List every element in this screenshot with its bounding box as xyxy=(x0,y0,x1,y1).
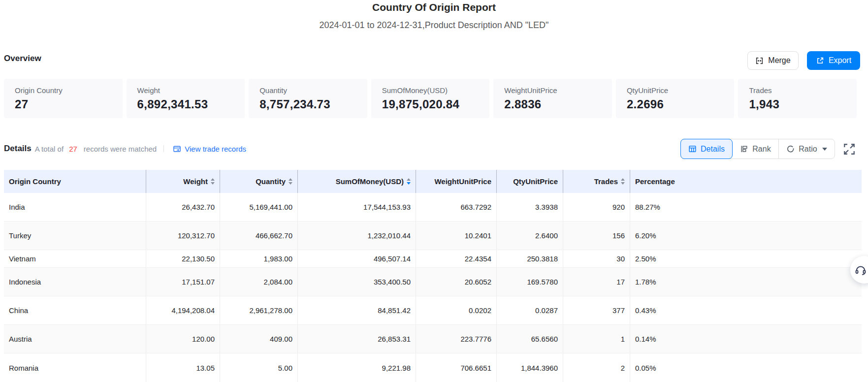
view-trade-records-link[interactable]: View trade records xyxy=(173,145,246,153)
card-value: 19,875,020.84 xyxy=(382,97,490,111)
card-label: WeightUnitPrice xyxy=(504,86,612,95)
row-country-cell: Romania xyxy=(4,353,146,382)
row-value-cell: 1.78% xyxy=(630,268,862,296)
row-value-cell: 2.6400 xyxy=(497,222,563,250)
tab-details-label: Details xyxy=(701,145,725,154)
column-header: Percentage xyxy=(630,170,862,193)
overview-card: WeightUnitPrice2.8836 xyxy=(493,79,612,118)
merge-icon xyxy=(755,57,764,65)
row-country-cell: Austria xyxy=(4,325,146,353)
row-value-cell: 120,312.70 xyxy=(146,222,220,250)
row-value-cell: 496,507.14 xyxy=(298,250,416,267)
row-value-cell: 22,130.50 xyxy=(146,250,220,267)
rank-icon xyxy=(740,145,748,153)
column-header[interactable]: Trades xyxy=(563,170,630,193)
row-value-cell: 0.43% xyxy=(630,296,862,324)
overview-card: Weight6,892,341.53 xyxy=(127,79,245,118)
row-value-cell: 17 xyxy=(563,268,630,296)
table-row: Vietnam22,130.501,983.00496,507.1422.435… xyxy=(4,250,862,268)
matched-suffix: records were matched xyxy=(84,145,157,153)
headset-icon xyxy=(850,263,867,276)
column-header: WeightUnitPrice xyxy=(416,170,497,193)
card-label: Weight xyxy=(137,86,245,95)
row-value-cell: 84,851.42 xyxy=(298,296,416,324)
column-header[interactable]: Quantity xyxy=(220,170,298,193)
row-value-cell: 20.6052 xyxy=(416,268,497,296)
fullscreen-icon[interactable] xyxy=(843,143,856,156)
row-value-cell: 13.05 xyxy=(146,353,220,382)
row-value-cell: 9,221.98 xyxy=(298,353,416,382)
row-value-cell: 1,232,010.44 xyxy=(298,222,416,250)
tab-rank-label: Rank xyxy=(752,145,771,154)
details-table: Origin CountryWeightQuantitySumOfMoney(U… xyxy=(4,170,862,382)
sort-carets-icon[interactable] xyxy=(289,178,292,185)
export-button[interactable]: Export xyxy=(807,51,860,70)
card-label: Quantity xyxy=(259,86,367,95)
card-value: 2.8836 xyxy=(504,97,612,111)
overview-card: QtyUnitPrice2.2696 xyxy=(616,79,735,118)
row-country-cell: Indonesia xyxy=(4,268,146,296)
divider xyxy=(163,145,164,152)
column-header[interactable]: Weight xyxy=(146,170,220,193)
row-value-cell: 0.05% xyxy=(630,353,862,382)
row-value-cell: 223.7776 xyxy=(416,325,497,353)
row-value-cell: 17,151.07 xyxy=(146,268,220,296)
row-value-cell: 1,983.00 xyxy=(220,250,298,267)
sort-carets-icon[interactable] xyxy=(621,178,625,185)
row-value-cell: 250.3818 xyxy=(497,250,563,267)
table-header-row: Origin CountryWeightQuantitySumOfMoney(U… xyxy=(4,170,862,193)
overview-cards: Origin Country27Weight6,892,341.53Quanti… xyxy=(4,79,857,118)
tab-rank[interactable]: Rank xyxy=(733,139,778,159)
details-section-title: Details xyxy=(4,144,32,154)
details-table-icon xyxy=(688,145,697,153)
trade-records-icon xyxy=(173,145,181,153)
column-header-label: Percentage xyxy=(635,177,675,186)
card-label: Origin Country xyxy=(15,86,123,95)
merge-button[interactable]: Merge xyxy=(747,51,799,70)
row-value-cell: 26,432.70 xyxy=(146,193,220,221)
row-value-cell: 22.4354 xyxy=(416,250,497,267)
column-header-label: Quantity xyxy=(256,177,286,186)
row-country-cell: Turkey xyxy=(4,222,146,250)
row-value-cell: 169.5780 xyxy=(497,268,563,296)
row-value-cell: 6.20% xyxy=(630,222,862,250)
row-value-cell: 663.7292 xyxy=(416,193,497,221)
sort-carets-icon[interactable] xyxy=(407,178,411,185)
overview-card: SumOfMoney(USD)19,875,020.84 xyxy=(371,79,490,118)
tab-details[interactable]: Details xyxy=(680,139,733,159)
row-country-cell: Vietnam xyxy=(4,250,146,267)
column-header-label: Origin Country xyxy=(9,177,61,186)
row-value-cell: 377 xyxy=(563,296,630,324)
table-row: Romania13.055.009,221.98706.66511,844.39… xyxy=(4,353,862,382)
page-title: Country Of Origin Report xyxy=(0,1,868,13)
overview-card: Trades1,943 xyxy=(738,79,857,118)
column-header-label: WeightUnitPrice xyxy=(434,177,491,186)
merge-button-label: Merge xyxy=(768,56,790,65)
tab-ratio[interactable]: Ratio xyxy=(778,139,835,159)
card-value: 6,892,341.53 xyxy=(137,97,245,111)
table-row: Indonesia17,151.072,084.00353,400.5020.6… xyxy=(4,268,862,296)
row-value-cell: 120.00 xyxy=(146,325,220,353)
row-country-cell: India xyxy=(4,193,146,221)
overview-card: Quantity8,757,234.73 xyxy=(249,79,367,118)
row-country-cell: China xyxy=(4,296,146,324)
row-value-cell: 3.3938 xyxy=(497,193,563,221)
row-value-cell: 706.6651 xyxy=(416,353,497,382)
matched-prefix: A total of xyxy=(35,145,64,153)
view-trade-records-label: View trade records xyxy=(185,145,246,153)
ratio-dropdown-caret xyxy=(822,148,827,151)
row-value-cell: 2,084.00 xyxy=(220,268,298,296)
view-switcher: Details Rank Ratio xyxy=(680,139,835,159)
sort-carets-icon[interactable] xyxy=(211,178,215,185)
column-header: Origin Country xyxy=(4,170,146,193)
export-icon xyxy=(816,57,824,65)
column-header-label: Trades xyxy=(594,177,618,186)
row-value-cell: 0.0202 xyxy=(416,296,497,324)
card-value: 8,757,234.73 xyxy=(259,97,367,111)
card-label: QtyUnitPrice xyxy=(627,86,735,95)
row-value-cell: 156 xyxy=(563,222,630,250)
row-value-cell: 0.0287 xyxy=(497,296,563,324)
column-header[interactable]: SumOfMoney(USD) xyxy=(298,170,416,193)
row-value-cell: 2 xyxy=(563,353,630,382)
row-value-cell: 4,194,208.04 xyxy=(146,296,220,324)
